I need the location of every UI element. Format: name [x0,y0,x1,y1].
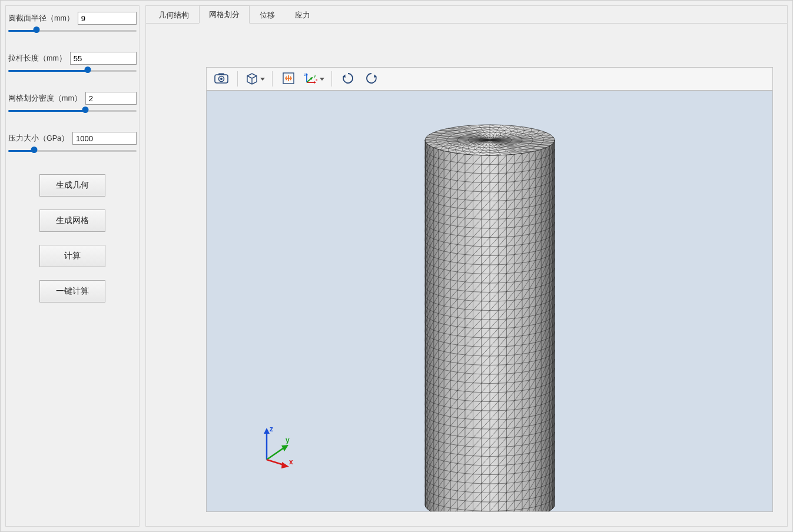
xyz-axes-icon: zyx [303,72,318,87]
tab-stress[interactable]: 应力 [285,6,320,24]
axes-orientation-button[interactable]: zyx [303,70,324,88]
mesh-density-label: 网格划分密度（mm） [8,94,82,104]
svg-text:x: x [316,78,318,82]
viewer-area: zyx [146,24,787,526]
fit-to-window-icon [282,72,295,87]
app-window: 圆截面半径（mm） 拉杆长度（mm） [0,0,793,532]
main-panel: 几何结构 网格划分 位移 应力 [145,5,788,527]
generate-geometry-button[interactable]: 生成几何 [39,174,105,197]
action-buttons: 生成几何 生成网格 计算 一键计算 [8,174,137,302]
cube-icon [245,72,259,87]
rotate-ccw-button[interactable] [363,70,380,88]
snapshot-button[interactable] [213,70,230,88]
tab-displacement[interactable]: 位移 [250,6,285,24]
mesh-density-slider[interactable] [8,107,137,118]
svg-marker-20 [264,428,270,434]
toolbar-separator [331,71,332,87]
radius-label: 圆截面半径（mm） [8,14,74,24]
length-slider[interactable] [8,67,137,78]
toolbar-separator [272,71,273,87]
compute-button[interactable]: 计算 [39,245,105,267]
viewport-canvas[interactable]: z y x [206,91,773,512]
mesh-cylinder [413,117,566,512]
length-label: 拉杆长度（mm） [8,54,67,64]
chevron-down-icon [260,78,265,81]
radius-input[interactable] [78,12,137,25]
param-radius: 圆截面半径（mm） [8,12,137,38]
tab-bar: 几何结构 网格划分 位移 应力 [146,6,787,24]
rotate-cw-button[interactable] [339,70,357,88]
pressure-input[interactable] [72,132,137,145]
view-cube-button[interactable] [245,70,265,88]
pressure-slider[interactable] [8,147,137,158]
param-mesh-density: 网格划分密度（mm） [8,92,137,118]
rotate-ccw-icon [365,72,378,87]
toolbar-separator [237,71,238,87]
axis-y-label: y [286,436,290,444]
radius-slider[interactable] [8,27,137,38]
axis-x-label: x [289,458,293,466]
chevron-down-icon [320,78,324,81]
svg-marker-24 [281,462,289,468]
tab-mesh[interactable]: 网格划分 [199,5,250,24]
fit-to-window-button[interactable] [280,70,297,88]
length-input[interactable] [70,52,137,65]
svg-rect-3 [218,73,224,75]
mesh-density-input[interactable] [85,92,137,105]
param-pressure: 压力大小（GPa） [8,132,137,158]
tab-geometry[interactable]: 几何结构 [148,6,199,24]
generate-mesh-button[interactable]: 生成网格 [39,210,105,232]
viewer-toolbar: zyx [206,67,773,91]
pressure-label: 压力大小（GPa） [8,134,69,144]
svg-text:z: z [304,72,306,77]
param-length: 拉杆长度（mm） [8,52,137,78]
axis-z-label: z [270,425,273,433]
orientation-triad: z y x [254,423,301,470]
svg-line-21 [267,447,286,460]
svg-point-2 [220,78,223,80]
rotate-cw-icon [341,72,354,87]
one-click-compute-button[interactable]: 一键计算 [39,280,105,302]
camera-icon [214,72,228,86]
settings-sidebar: 圆截面半径（mm） 拉杆长度（mm） [5,5,140,527]
